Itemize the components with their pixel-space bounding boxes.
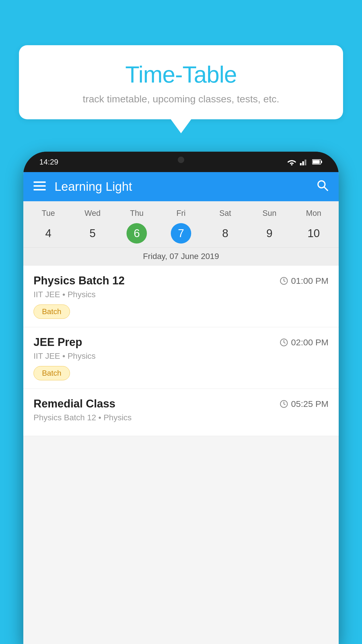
clock-icon-3	[280, 400, 288, 408]
svg-rect-6	[321, 161, 322, 163]
selected-date-label: Friday, 07 June 2019	[23, 247, 339, 266]
day-fri: Fri	[159, 206, 203, 220]
schedule-item-1-meta: IIT JEE • Physics	[34, 290, 328, 299]
day-sun: Sun	[247, 206, 292, 220]
svg-line-11	[324, 187, 328, 191]
svg-rect-3	[305, 160, 306, 165]
signal-icon	[300, 158, 309, 165]
schedule-item-2-title: JEE Prep	[34, 336, 82, 349]
search-icon[interactable]	[316, 179, 328, 194]
svg-rect-2	[302, 161, 304, 165]
clock-icon-2	[280, 338, 288, 347]
status-bar: 14:29	[23, 152, 339, 172]
day-mon: Mon	[291, 206, 336, 220]
menu-icon[interactable]	[34, 181, 46, 192]
date-8[interactable]: 8	[203, 222, 247, 245]
camera	[178, 157, 184, 163]
day-numbers: 4 5 6 7 8 9 10	[23, 222, 339, 245]
batch-badge-1: Batch	[34, 304, 70, 319]
calendar-section: Tue Wed Thu Fri Sat Sun Mon 4 5 6 7 8 9 …	[23, 201, 339, 266]
date-7-selected[interactable]: 7	[171, 223, 191, 244]
schedule-item-3-meta: Physics Batch 12 • Physics	[34, 413, 328, 422]
status-icons	[287, 158, 323, 165]
day-sat: Sat	[203, 206, 247, 220]
svg-rect-5	[313, 160, 320, 164]
svg-point-0	[291, 164, 293, 166]
schedule-item-2-top: JEE Prep 02:00 PM	[34, 336, 328, 349]
battery-icon	[312, 159, 323, 165]
schedule-item-1-title: Physics Batch 12	[34, 274, 125, 287]
batch-badge-2: Batch	[34, 366, 70, 380]
schedule-item-1-time: 01:00 PM	[280, 276, 328, 286]
svg-point-10	[318, 181, 325, 188]
phone-notch	[152, 152, 210, 168]
svg-rect-8	[34, 185, 46, 187]
schedule-item-3-top: Remedial Class 05:25 PM	[34, 398, 328, 410]
app-header: Learning Light	[23, 172, 339, 201]
wifi-icon	[287, 158, 296, 165]
schedule-list: Physics Batch 12 01:00 PM IIT JEE • Phys…	[23, 266, 339, 436]
bubble-title: Time-Table	[36, 61, 326, 88]
bubble-subtitle: track timetable, upcoming classes, tests…	[36, 93, 326, 105]
date-5[interactable]: 5	[71, 222, 115, 245]
phone-screen: Learning Light Tue Wed Thu Fri Sat Sun M…	[23, 172, 339, 644]
svg-rect-1	[300, 163, 302, 165]
schedule-item-2-meta: IIT JEE • Physics	[34, 351, 328, 361]
clock-icon-1	[280, 276, 288, 285]
status-time: 14:29	[39, 158, 58, 167]
day-headers: Tue Wed Thu Fri Sat Sun Mon	[23, 206, 339, 220]
speech-bubble: Time-Table track timetable, upcoming cla…	[19, 45, 343, 119]
date-6-today[interactable]: 6	[126, 223, 147, 244]
phone-frame: 14:29	[23, 152, 339, 644]
speech-bubble-wrapper: Time-Table track timetable, upcoming cla…	[19, 45, 343, 119]
schedule-item-3-title: Remedial Class	[34, 398, 115, 410]
schedule-item-2-time: 02:00 PM	[280, 337, 328, 347]
date-9[interactable]: 9	[247, 222, 292, 245]
schedule-item-1[interactable]: Physics Batch 12 01:00 PM IIT JEE • Phys…	[23, 266, 339, 327]
schedule-item-3[interactable]: Remedial Class 05:25 PM Physics Batch 12…	[23, 389, 339, 436]
day-wed: Wed	[71, 206, 115, 220]
app-title: Learning Light	[55, 180, 316, 194]
schedule-item-3-time: 05:25 PM	[280, 399, 328, 409]
date-4[interactable]: 4	[26, 222, 71, 245]
day-tue: Tue	[26, 206, 71, 220]
schedule-item-1-top: Physics Batch 12 01:00 PM	[34, 274, 328, 287]
day-thu: Thu	[115, 206, 159, 220]
svg-rect-9	[34, 189, 46, 190]
date-10[interactable]: 10	[291, 222, 336, 245]
schedule-item-2[interactable]: JEE Prep 02:00 PM IIT JEE • Physics Batc…	[23, 327, 339, 389]
svg-rect-7	[34, 181, 46, 183]
